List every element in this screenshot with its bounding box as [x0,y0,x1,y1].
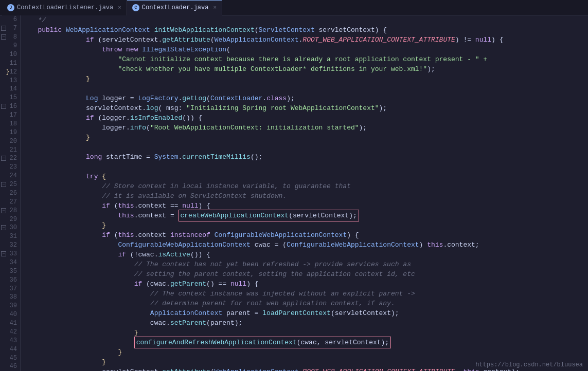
code-line-16: if (logger.isInfoEnabled()) { [21,113,588,123]
line-number-gutter: 6 −7 −8 9 10 11 }12 13 14 15 −16 17 18 1… [0,15,21,371]
close-icon-2[interactable]: × [213,5,217,11]
code-line-15: servletContext.log( msg: "Initializing S… [21,103,588,113]
gutter-line: 46 [0,362,20,371]
gutter-line: 34 [0,258,20,267]
gutter-line: −33 [0,250,20,258]
tab-icon-2: C [132,4,139,11]
gutter-line: 6 [0,15,20,24]
tab-contextloader[interactable]: C ContextLoader.java × [127,0,222,15]
editor-window: J ContextLoaderListener.java × C Context… [0,0,588,371]
gutter-line: 40 [0,310,20,319]
code-line-11: "check whether you have multiple Context… [21,64,588,74]
gutter-line: 37 [0,284,20,293]
gutter-line: 31 [0,232,20,241]
tab-icon-1: J [7,4,14,11]
tab-contextloaderlistener[interactable]: J ContextLoaderListener.java × [2,0,127,15]
gutter-line: 32 [0,241,20,250]
gutter-line: −25 [0,180,20,189]
gutter-line: 18 [0,120,20,128]
gutter-line: 44 [0,345,20,354]
gutter-line: −28 [0,206,20,215]
gutter-line: 39 [0,302,20,310]
code-line-14: Log logger = LogFactory.getLog(ContextLo… [21,94,588,103]
code-line-6: */ [21,15,588,25]
code-line-40: } [21,347,588,357]
url-watermark: https://blog.csdn.net/bluusea [475,361,583,368]
gutter-line: 36 [0,275,20,284]
gutter-line: 35 [0,267,20,275]
gutter-line: 20 [0,137,20,145]
code-line-17: logger.info("Root WebApplicationContext:… [21,123,588,133]
gutter-line: −7 [0,24,20,33]
gutter-line: −16 [0,102,20,111]
tab-label-2: ContextLoader.java [142,4,209,11]
gutter-line: 23 [0,163,20,172]
code-line-21 [21,162,588,172]
gutter-line: 11 [0,59,20,67]
gutter-line: 38 [0,293,20,302]
code-line-18: } [21,133,588,142]
gutter-line: 21 [0,145,20,154]
code-line-26: this.context = createWebApplicationConte… [21,211,588,220]
gutter-line: 17 [0,111,20,120]
gutter-line: 9 [0,42,20,50]
gutter-line: 26 [0,189,20,198]
code-line-12: } [21,74,588,84]
gutter-line: −22 [0,154,20,163]
code-line-19 [21,142,588,152]
gutter-line: 10 [0,50,20,59]
code-line-20: long startTime = System.currentTimeMilli… [21,152,588,162]
gutter-line: 13 [0,76,20,85]
tab-bar: J ContextLoaderListener.java × C Context… [0,0,588,15]
code-line-22: try { [21,172,588,181]
close-icon-1[interactable]: × [118,5,121,11]
code-line-27: } [21,220,588,230]
code-line-7: public WebApplicationContext initWebAppl… [21,25,588,35]
gutter-line: 29 [0,215,20,224]
code-line-13 [21,84,588,94]
gutter-line: 41 [0,319,20,328]
gutter-line: 27 [0,197,20,206]
gutter-line: 43 [0,336,20,345]
code-area[interactable]: */ public WebApplicationContext initWebA… [21,15,588,371]
gutter-line: 45 [0,354,20,362]
gutter-line: 14 [0,85,20,94]
gutter-line: 19 [0,128,20,137]
editor-body: 6 −7 −8 9 10 11 }12 13 14 15 −16 17 18 1… [0,15,588,371]
tab-label-1: ContextLoaderListener.java [17,4,113,11]
code-line-23: // Store context in local instance varia… [21,181,588,191]
gutter-line: 24 [0,172,20,180]
gutter-line: −30 [0,224,20,232]
gutter-line: }12 [0,67,20,76]
gutter-line: −8 [0,33,20,42]
code-line-8: if (servletContext.getAttribute(WebAppli… [21,35,588,45]
gutter-line: 15 [0,94,20,102]
gutter-line: 42 [0,328,20,337]
code-line-24: // it is available on ServletContext shu… [21,191,588,201]
